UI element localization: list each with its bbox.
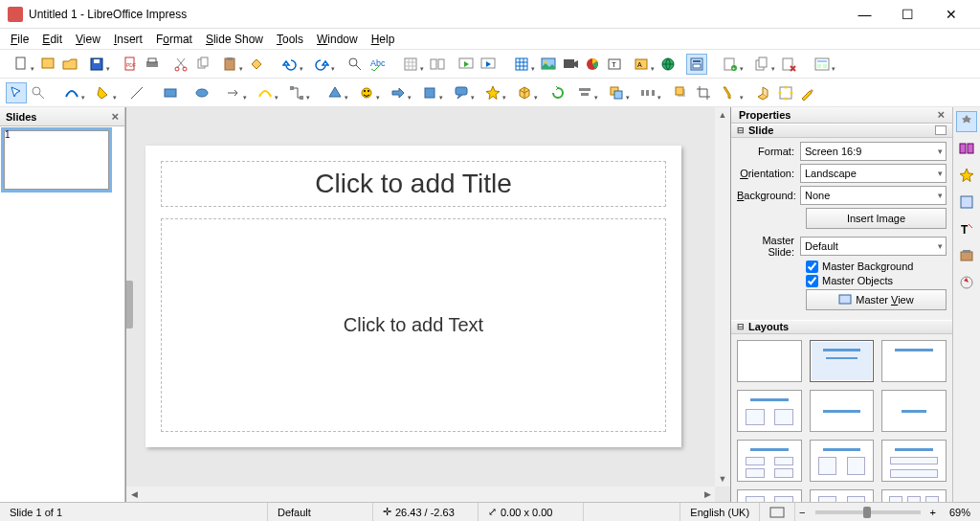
ellipse-tool[interactable] [187, 82, 217, 103]
shadow-tool[interactable] [671, 82, 692, 103]
scroll-left-icon[interactable]: ◀ [126, 487, 142, 502]
layouts-section-header[interactable]: ⊟ Layouts [731, 320, 952, 334]
layout-centered[interactable] [881, 390, 947, 432]
sidebar-tab-animation[interactable] [956, 165, 977, 186]
distribute-tool[interactable]: ▾ [633, 82, 663, 103]
collapse-icon[interactable]: ⊟ [737, 125, 745, 135]
glue-points-button[interactable] [775, 82, 796, 103]
start-first-slide-button[interactable] [456, 54, 477, 75]
zoom-out-button[interactable]: − [795, 503, 809, 521]
rectangle-tool[interactable] [155, 82, 186, 103]
symbol-shapes-tool[interactable]: ▾ [351, 82, 382, 103]
sidebar-tab-slide-transition[interactable] [956, 138, 977, 159]
detach-icon[interactable] [935, 125, 947, 135]
insert-hyperlink-button[interactable] [657, 54, 679, 75]
redo-button[interactable]: ▾ [306, 54, 337, 75]
print-button[interactable] [142, 54, 163, 75]
open-button[interactable] [59, 54, 80, 75]
spellcheck-button[interactable]: Abc [367, 54, 388, 75]
scroll-up-icon[interactable]: ▲ [715, 107, 730, 123]
orientation-select[interactable]: Landscape▾ [800, 164, 947, 183]
stars-tool[interactable]: ▾ [478, 82, 508, 103]
duplicate-slide-button[interactable]: ▾ [746, 54, 777, 75]
toggle-extrusion-button[interactable] [753, 82, 774, 103]
slide-section-header[interactable]: ⊟ Slide [731, 124, 952, 138]
3d-objects-tool[interactable]: ▾ [509, 82, 540, 103]
display-grid-button[interactable]: ▾ [395, 54, 426, 75]
templates-button[interactable] [37, 54, 58, 75]
close-button[interactable]: ✕ [929, 0, 972, 28]
insert-av-button[interactable] [560, 54, 581, 75]
insert-image-button[interactable] [538, 54, 559, 75]
display-views-button[interactable] [427, 54, 448, 75]
menu-tools[interactable]: Tools [270, 31, 310, 48]
maximize-button[interactable]: ☐ [886, 0, 929, 28]
menu-window[interactable]: Window [310, 31, 365, 48]
insert-fontwork-button[interactable]: A▾ [626, 54, 657, 75]
insert-textbox-button[interactable]: T [604, 54, 625, 75]
insert-table-button[interactable]: ▾ [506, 54, 537, 75]
new-slide-button[interactable]: +▾ [715, 54, 746, 75]
flowchart-tool[interactable]: ▾ [414, 82, 445, 103]
splitter-left[interactable] [126, 281, 133, 328]
align-tool[interactable]: ▾ [569, 82, 600, 103]
find-button[interactable] [345, 54, 366, 75]
arrange-tool[interactable]: ▾ [601, 82, 632, 103]
slide-layout-button[interactable]: ▾ [807, 54, 837, 75]
save-button[interactable]: ▾ [81, 54, 112, 75]
export-pdf-button[interactable]: PDF [120, 54, 141, 75]
start-current-slide-button[interactable] [478, 54, 499, 75]
horizontal-scrollbar[interactable]: ◀ ▶ [126, 487, 715, 502]
master-view-button[interactable]: Master View [806, 289, 947, 310]
basic-shapes-tool[interactable]: ▾ [320, 82, 350, 103]
curve-tool[interactable]: ▾ [250, 82, 280, 103]
slide-properties-button[interactable] [686, 54, 707, 75]
menu-insert[interactable]: Insert [107, 31, 149, 48]
menu-help[interactable]: Help [365, 31, 402, 48]
title-placeholder[interactable]: Click to add Title [161, 161, 666, 207]
canvas-area[interactable]: Click to add Title Click to add Text ▲ ▼… [125, 107, 731, 502]
menu-slideshow[interactable]: Slide Show [199, 31, 270, 48]
undo-button[interactable]: ▾ [275, 54, 305, 75]
clone-formatting-button[interactable] [246, 54, 267, 75]
arrow-tool[interactable]: ▾ [218, 82, 249, 103]
sidebar-tab-styles[interactable]: T [956, 218, 977, 239]
slides-panel-close-icon[interactable]: × [111, 109, 119, 124]
status-fit-slide[interactable] [760, 503, 795, 521]
scroll-down-icon[interactable]: ▼ [715, 471, 730, 487]
status-language[interactable]: English (UK) [680, 503, 760, 521]
zoom-tool[interactable] [28, 82, 49, 103]
master-slide-select[interactable]: Default▾ [800, 237, 947, 256]
layout-title-only[interactable] [881, 340, 947, 382]
sidebar-tab-master-slides[interactable] [956, 192, 977, 213]
delete-slide-button[interactable] [778, 54, 799, 75]
line-tool[interactable] [126, 82, 147, 103]
show-draw-functions-button[interactable] [797, 82, 818, 103]
block-arrows-tool[interactable]: ▾ [383, 82, 413, 103]
layout-extra-1[interactable] [737, 489, 802, 502]
insert-chart-button[interactable] [582, 54, 603, 75]
copy-button[interactable] [192, 54, 213, 75]
format-select[interactable]: Screen 16:9▾ [800, 142, 947, 161]
zoom-in-button[interactable]: + [926, 503, 940, 521]
scroll-right-icon[interactable]: ▶ [700, 487, 715, 502]
menu-edit[interactable]: Edit [35, 31, 69, 48]
crop-tool[interactable] [693, 82, 714, 103]
new-button[interactable]: ▾ [6, 54, 36, 75]
collapse-icon[interactable]: ⊟ [737, 322, 745, 331]
menu-file[interactable]: File [4, 31, 35, 48]
connector-tool[interactable]: ▾ [281, 82, 312, 103]
menu-view[interactable]: View [69, 31, 107, 48]
paste-button[interactable]: ▾ [214, 54, 245, 75]
content-placeholder[interactable]: Click to add Text [161, 218, 666, 432]
layout-1-2[interactable] [810, 440, 875, 482]
properties-close-icon[interactable]: × [937, 107, 945, 122]
vertical-scrollbar[interactable]: ▲ ▼ [715, 107, 730, 487]
menu-format[interactable]: Format [149, 31, 199, 48]
layout-extra-3[interactable] [881, 489, 947, 502]
slide-canvas[interactable]: Click to add Title Click to add Text [145, 146, 681, 447]
zoom-slider[interactable] [815, 510, 921, 514]
sidebar-tab-properties[interactable] [956, 111, 977, 132]
layout-content[interactable] [810, 390, 875, 432]
layout-extra-2[interactable] [810, 489, 875, 502]
